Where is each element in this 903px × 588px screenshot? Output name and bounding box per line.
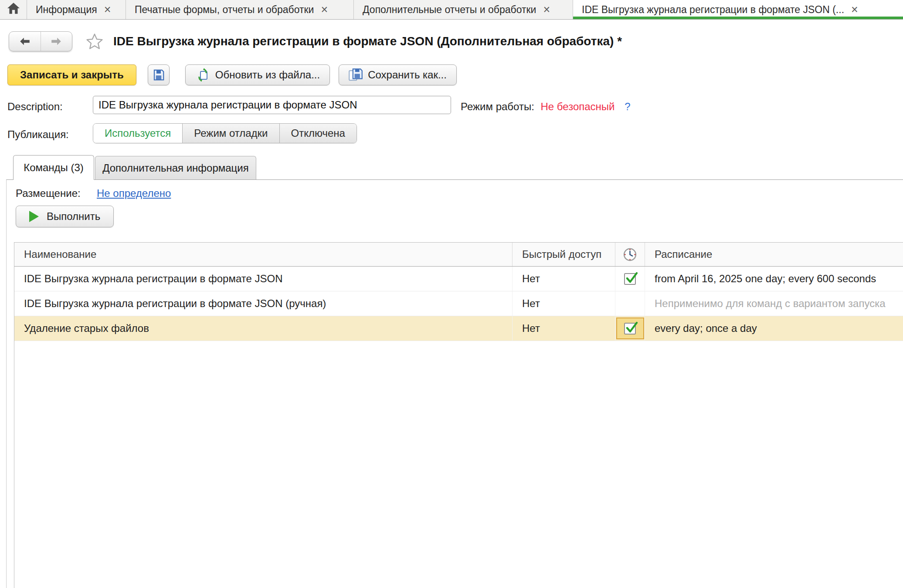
schedule-checkbox[interactable] [624, 323, 636, 335]
tab-ide-json-export[interactable]: IDE Выгрузка журнала регистрации в форма… [573, 0, 903, 19]
schedule-flag-cell[interactable] [615, 291, 645, 316]
publication-option-used[interactable]: Используется [93, 124, 182, 143]
help-question-icon[interactable]: ? [625, 101, 630, 112]
tab-label: Информация [36, 4, 97, 16]
placement-label: Размещение: [16, 187, 81, 199]
work-mode-value: Не безопасный [541, 101, 615, 112]
app-window: Информация × Печатные формы, отчеты и об… [0, 0, 903, 588]
clock-icon [623, 247, 637, 262]
publication-label: Публикация: [7, 128, 69, 141]
tab-bar: Информация × Печатные формы, отчеты и об… [0, 0, 903, 20]
flag-box [616, 268, 644, 290]
button-label: Записать и закрыть [20, 69, 124, 81]
publication-toggle-group: Используется Режим отладки Отключена [93, 123, 357, 143]
command-table-rows: IDE Выгрузка журнала регистрации в форма… [14, 267, 903, 341]
tab-label: Дополнительные отчеты и обработки [363, 4, 536, 16]
close-icon[interactable]: × [104, 4, 111, 16]
toolbar: Записать и закрыть Обновить из файла... [7, 64, 457, 85]
arrow-left-icon [19, 37, 31, 46]
table-header: Наименование Быстрый доступ Расписание [14, 243, 903, 267]
close-icon[interactable]: × [321, 4, 328, 16]
update-from-file-button[interactable]: Обновить из файла... [185, 64, 330, 85]
quick-access-cell[interactable]: Нет [513, 291, 615, 316]
schedule-cell[interactable]: every day; once a day [645, 316, 903, 341]
column-header-schedule-flag[interactable] [615, 243, 645, 266]
close-icon[interactable]: × [851, 4, 858, 16]
refresh-from-file-icon [195, 68, 210, 82]
tab-label: IDE Выгрузка журнала регистрации в форма… [582, 4, 844, 16]
tab-additional-information[interactable]: Дополнительная информация [95, 156, 256, 179]
command-name-cell[interactable]: Удаление старых файлов [14, 316, 513, 341]
favorite-star-icon[interactable] [85, 32, 104, 51]
flag-box [616, 318, 644, 339]
column-header-quick-access[interactable]: Быстрый доступ [513, 243, 615, 266]
command-name-cell[interactable]: IDE Выгрузка журнала регистрации в форма… [14, 267, 513, 291]
save-and-close-button[interactable]: Записать и закрыть [7, 64, 136, 85]
description-label: Description: [7, 101, 63, 113]
forward-button[interactable] [41, 32, 72, 51]
history-nav-group [9, 31, 72, 51]
table-row[interactable]: IDE Выгрузка журнала регистрации в форма… [14, 267, 903, 291]
schedule-cell[interactable]: Неприменимо для команд с вариантом запус… [645, 291, 903, 316]
column-header-name[interactable]: Наименование [14, 243, 513, 266]
quick-access-cell[interactable]: Нет [513, 267, 615, 291]
quick-access-cell[interactable]: Нет [513, 316, 615, 341]
work-mode-line: Режим работы: Не безопасный ? [461, 101, 631, 113]
save-button[interactable] [148, 64, 170, 85]
tab-commands[interactable]: Команды (3) [13, 155, 94, 180]
home-tab[interactable] [0, 0, 27, 19]
command-name-cell[interactable]: IDE Выгрузка журнала регистрации в форма… [14, 291, 513, 316]
page-title: IDE Выгрузка журнала регистрации в форма… [113, 34, 622, 48]
schedule-flag-cell[interactable] [615, 267, 645, 291]
button-label: Выполнить [47, 210, 100, 223]
save-as-icon [349, 68, 363, 81]
run-button[interactable]: Выполнить [16, 206, 114, 227]
tab-label: Печатные формы, отчеты и обработки [135, 4, 314, 16]
column-header-schedule[interactable]: Расписание [645, 243, 903, 266]
button-label: Обновить из файла... [215, 69, 320, 81]
schedule-cell[interactable]: from April 16, 2025 one day; every 600 s… [645, 267, 903, 291]
tab-print-forms[interactable]: Печатные формы, отчеты и обработки × [126, 0, 354, 19]
home-icon [7, 2, 20, 17]
back-button[interactable] [9, 32, 41, 51]
schedule-checkbox[interactable] [624, 273, 636, 285]
nav-row: IDE Выгрузка журнала регистрации в форма… [9, 31, 622, 51]
play-icon [29, 211, 39, 222]
placement-link[interactable]: Не определено [97, 187, 171, 199]
arrow-right-icon [50, 37, 62, 46]
table-row[interactable]: IDE Выгрузка журнала регистрации в форма… [14, 291, 903, 316]
active-tab-indicator [573, 17, 903, 19]
table-row[interactable]: Удаление старых файловНетevery day; once… [14, 316, 903, 341]
button-label: Сохранить как... [368, 69, 447, 81]
commands-table: Наименование Быстрый доступ Расписание I… [14, 242, 903, 588]
work-mode-label: Режим работы: [461, 101, 534, 112]
description-input[interactable] [93, 96, 451, 114]
floppy-icon [152, 68, 165, 81]
close-icon[interactable]: × [543, 4, 550, 16]
save-as-button[interactable]: Сохранить как... [339, 64, 457, 85]
tab-additional-reports[interactable]: Дополнительные отчеты и обработки × [354, 0, 573, 19]
schedule-flag-cell[interactable] [615, 316, 645, 341]
publication-option-debug[interactable]: Режим отладки [182, 124, 279, 143]
publication-option-disabled[interactable]: Отключена [279, 124, 356, 143]
tab-information[interactable]: Информация × [27, 0, 126, 19]
